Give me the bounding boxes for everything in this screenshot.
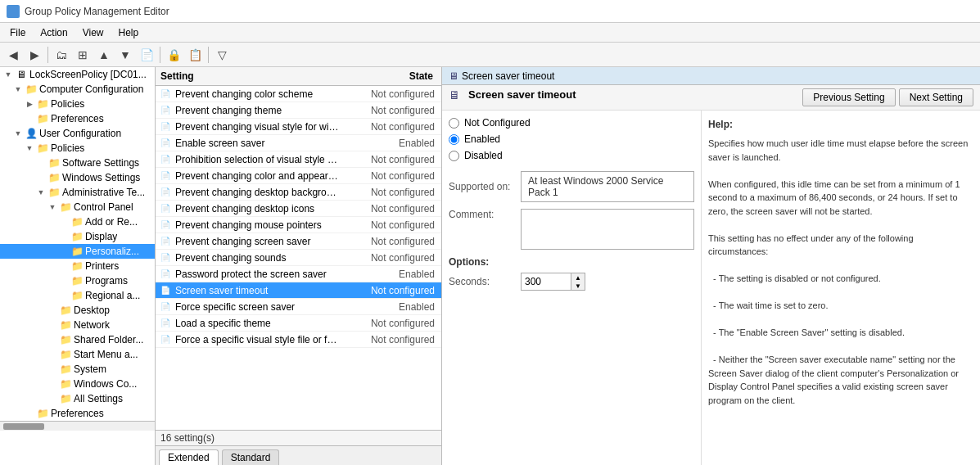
- tree-item-all-settings[interactable]: 📁 All Settings: [0, 391, 155, 406]
- settings-row[interactable]: 📄 Prevent changing desktop icons Not con…: [156, 201, 441, 217]
- tree-item-user-config[interactable]: ▼ 👤 User Configuration: [0, 126, 155, 141]
- settings-row[interactable]: 📄 Load a specific theme Not configured: [156, 315, 441, 332]
- title-bar: Group Policy Management Editor: [0, 0, 980, 23]
- seconds-input[interactable]: 300: [522, 274, 571, 289]
- help-title: Help:: [708, 117, 973, 132]
- tree-icon-ws: 📁: [47, 171, 61, 184]
- settings-row[interactable]: 📄 Enable screen saver Enabled: [156, 135, 441, 151]
- tree-item-sw-settings[interactable]: 📁 Software Settings: [0, 156, 155, 170]
- toolbar-sep-1: [47, 47, 48, 63]
- toolbar-filter[interactable]: ▽: [212, 45, 232, 65]
- settings-row[interactable]: 📄 Password protect the screen saver Enab…: [156, 266, 441, 282]
- tree-item-preferences[interactable]: 📁 Preferences: [0, 111, 155, 126]
- menu-action[interactable]: Action: [34, 25, 74, 40]
- settings-row[interactable]: 📄 Prevent changing screen saver Not conf…: [156, 233, 441, 250]
- settings-row[interactable]: 📄 Prevent changing visual style for wind…: [156, 119, 441, 135]
- settings-row-icon: 📄: [159, 88, 172, 101]
- settings-row-icon: 📄: [159, 104, 172, 117]
- tab-extended[interactable]: Extended: [159, 449, 219, 465]
- toolbar-more[interactable]: 📋: [185, 45, 205, 65]
- settings-row[interactable]: 📄 Prevent changing sounds Not configured: [156, 250, 441, 266]
- tree-exp-sys: [46, 363, 59, 376]
- toolbar-down[interactable]: ▼: [115, 45, 135, 65]
- tree-item-control-panel[interactable]: ▼ 📁 Control Panel: [0, 200, 155, 214]
- tree-item-programs[interactable]: 📁 Programs: [0, 273, 155, 288]
- radio-not-configured[interactable]: [449, 118, 459, 129]
- tree-label-reg: Regional a...: [84, 290, 140, 301]
- tree-icon-net: 📁: [59, 318, 72, 332]
- tree-item-computer-config[interactable]: ▼ 📁 Computer Configuration: [0, 82, 155, 97]
- toolbar-folder[interactable]: 🗂: [52, 45, 71, 65]
- settings-row-icon: 📄: [159, 235, 172, 248]
- settings-row[interactable]: 📄 Force a specific visual style file or …: [156, 332, 441, 348]
- toolbar-up[interactable]: ▲: [94, 45, 114, 65]
- settings-row[interactable]: 📄 Screen saver timeout Not configured: [156, 282, 441, 299]
- tree-label-disp: Display: [84, 231, 117, 242]
- tree-exp-pol2: ▼: [23, 142, 36, 155]
- radio-disabled[interactable]: [449, 151, 459, 161]
- tree-label-sw: Software Settings: [61, 157, 139, 169]
- menu-file[interactable]: File: [3, 25, 32, 40]
- tree-item-desktop[interactable]: 📁 Desktop: [0, 303, 155, 318]
- tree-item-policies2[interactable]: ▼ 📁 Policies: [0, 141, 155, 156]
- tab-standard[interactable]: Standard: [222, 449, 280, 465]
- menu-view[interactable]: View: [76, 25, 111, 40]
- tree-item-display[interactable]: 📁 Display: [0, 229, 155, 244]
- settings-row-icon: 📄: [159, 169, 172, 183]
- settings-row-name: Prevent changing desktop background: [175, 187, 340, 198]
- next-setting-button[interactable]: Next Setting: [899, 88, 973, 106]
- options-section: Options: Seconds: 300 ▲ ▼: [449, 256, 694, 291]
- settings-row[interactable]: 📄 Prevent changing desktop background No…: [156, 184, 441, 201]
- tree-item-regional[interactable]: 📁 Regional a...: [0, 288, 155, 303]
- tree-exp-uc: ▼: [11, 127, 25, 140]
- tree-label-cp: Control Panel: [72, 201, 133, 213]
- tree-icon-ar: 📁: [70, 215, 84, 228]
- tree-scrollbar[interactable]: [0, 421, 155, 431]
- radio-enabled[interactable]: [449, 134, 459, 145]
- settings-row-state: Not configured: [340, 252, 438, 264]
- toolbar-forward[interactable]: ▶: [25, 45, 44, 65]
- settings-col1-header: Setting: [160, 70, 338, 82]
- tree-item-network[interactable]: 📁 Network: [0, 318, 155, 332]
- tree-item-preferences2[interactable]: 📁 Preferences: [0, 406, 155, 421]
- tree-item-personalization[interactable]: 📁 Personaliz...: [0, 244, 155, 259]
- settings-row[interactable]: 📄 Prevent changing color and appearance …: [156, 168, 441, 184]
- tree-item-add-remove[interactable]: 📁 Add or Re...: [0, 214, 155, 229]
- tree-label-as: All Settings: [72, 393, 123, 404]
- tree-label-prog: Programs: [84, 275, 128, 287]
- tree-item-shared-folder[interactable]: 📁 Shared Folder...: [0, 332, 155, 347]
- tree-item-system[interactable]: 📁 System: [0, 362, 155, 377]
- spinner-down[interactable]: ▼: [571, 282, 585, 290]
- tree-item-policies[interactable]: ▶ 📁 Policies: [0, 97, 155, 111]
- tree-label-ar: Add or Re...: [84, 216, 138, 228]
- settings-row[interactable]: 📄 Prevent changing color scheme Not conf…: [156, 86, 441, 102]
- menu-help[interactable]: Help: [112, 25, 146, 40]
- tree-icon-prog: 📁: [70, 274, 84, 287]
- settings-row[interactable]: 📄 Prohibition selection of visual style …: [156, 151, 441, 168]
- tree-label-wco: Windows Co...: [72, 378, 137, 390]
- tree-label-desk: Desktop: [72, 305, 110, 316]
- seconds-row: Seconds: 300 ▲ ▼: [449, 273, 694, 291]
- tree-item-admin-te[interactable]: ▼ 📁 Administrative Te...: [0, 185, 155, 200]
- spinner-up[interactable]: ▲: [571, 273, 585, 282]
- tree-item-windows-co[interactable]: 📁 Windows Co...: [0, 377, 155, 391]
- tree-item-printers[interactable]: 📁 Printers: [0, 259, 155, 273]
- settings-row-name: Prevent changing color and appearance: [175, 170, 340, 182]
- toolbar-back[interactable]: ◀: [3, 45, 23, 65]
- tree-item-win-settings[interactable]: 📁 Windows Settings: [0, 170, 155, 185]
- settings-row[interactable]: 📄 Prevent changing theme Not configured: [156, 102, 441, 119]
- settings-row[interactable]: 📄 Prevent changing mouse pointers Not co…: [156, 217, 441, 233]
- tree-exp-pol: ▶: [23, 97, 36, 111]
- tree-item-start-menu[interactable]: 📁 Start Menu a...: [0, 347, 155, 362]
- comment-input[interactable]: [521, 209, 694, 250]
- tree-expander-root: ▼: [2, 68, 15, 81]
- toolbar-grid[interactable]: ⊞: [73, 45, 93, 65]
- prev-setting-button[interactable]: Previous Setting: [802, 88, 895, 106]
- settings-row-state: Not configured: [340, 154, 438, 165]
- tree-root[interactable]: ▼ 🖥 LockScreenPolicy [DC01...: [0, 67, 155, 82]
- toolbar-report[interactable]: 📄: [137, 45, 156, 65]
- tree-icon-desk: 📁: [59, 304, 72, 317]
- toolbar-lock[interactable]: 🔒: [164, 45, 183, 65]
- settings-row-icon: 📄: [159, 284, 172, 297]
- settings-row[interactable]: 📄 Force specific screen saver Enabled: [156, 299, 441, 315]
